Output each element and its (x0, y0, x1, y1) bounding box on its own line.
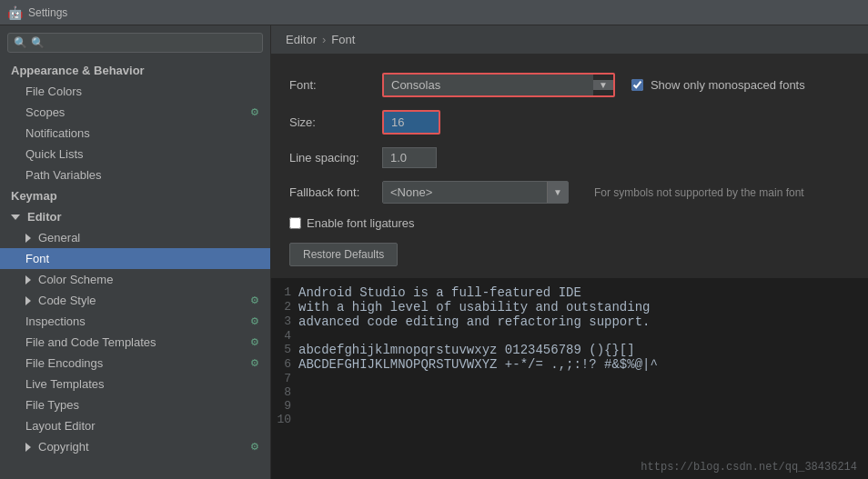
sidebar-item-layout-editor[interactable]: Layout Editor (0, 415, 270, 436)
inspections-icon: ⚙ (250, 315, 259, 327)
window-title: Settings (28, 6, 67, 19)
line-number: 2 (271, 300, 298, 314)
preview-line: 4 (271, 329, 868, 343)
sidebar: 🔍 Appearance & Behavior File Colors Scop… (0, 25, 271, 479)
breadcrumb: Editor › Font (271, 25, 868, 55)
fallback-dropdown-arrow-icon: ▼ (547, 182, 568, 203)
sidebar-item-label: Scopes (25, 105, 65, 119)
ligatures-row: Enable font ligatures (289, 216, 850, 230)
preview-footer: https://blog.csdn.net/qq_38436214 (641, 461, 857, 474)
sidebar-item-label: Appearance & Behavior (11, 64, 145, 77)
line-number: 10 (271, 413, 298, 426)
search-box[interactable]: 🔍 (7, 33, 263, 53)
sidebar-item-label: File and Code Templates (25, 335, 156, 349)
line-content: abcdefghijklmnopqrstuvwxyz 0123456789 ()… (298, 343, 635, 357)
preview-area: 1 Android Studio is a full-featured IDE … (271, 277, 868, 479)
copyright-icon: ⚙ (250, 441, 259, 453)
font-select[interactable]: Consolas Arial Courier New Menlo (384, 75, 593, 95)
sidebar-item-notifications[interactable]: Notifications (0, 123, 270, 144)
file-encodings-icon: ⚙ (250, 357, 259, 369)
line-content: Android Studio is a full-featured IDE (298, 285, 581, 300)
line-number: 9 (271, 399, 298, 413)
line-number: 6 (271, 357, 298, 371)
sidebar-item-label: Layout Editor (25, 419, 96, 433)
settings-panel: Font: Consolas Arial Courier New Menlo ▼… (271, 55, 868, 277)
sidebar-item-inspections[interactable]: Inspections ⚙ (0, 311, 270, 332)
file-code-templates-icon: ⚙ (250, 336, 259, 348)
sidebar-item-label: File Encodings (25, 356, 103, 370)
breadcrumb-separator: › (322, 33, 326, 46)
sidebar-item-path-variables[interactable]: Path Variables (0, 165, 270, 185)
sidebar-item-color-scheme[interactable]: Color Scheme (0, 269, 270, 290)
fallback-select[interactable]: <None> (383, 182, 547, 203)
fallback-label: Fallback font: (289, 185, 371, 199)
size-input-wrapper (382, 110, 440, 135)
sidebar-item-label: General (38, 231, 80, 244)
sidebar-item-label: File Colors (25, 85, 82, 98)
font-dropdown-wrapper: Consolas Arial Courier New Menlo ▼ (382, 73, 615, 97)
enable-ligatures-label: Enable font ligatures (307, 216, 415, 230)
preview-line: 7 (271, 372, 868, 385)
restore-defaults-button[interactable]: Restore Defaults (289, 243, 398, 266)
breadcrumb-parent: Editor (286, 33, 317, 46)
sidebar-item-keymap[interactable]: Keymap (0, 185, 270, 206)
line-content: with a high level of usability and outst… (298, 300, 650, 314)
line-spacing-input[interactable] (382, 147, 437, 168)
sidebar-item-quick-lists[interactable]: Quick Lists (0, 144, 270, 165)
preview-line: 9 (271, 399, 868, 413)
show-monospaced-label: Show only monospaced fonts (651, 78, 805, 92)
line-number: 3 (271, 314, 298, 328)
line-number: 1 (271, 285, 298, 299)
sidebar-item-label: Color Scheme (38, 273, 113, 286)
line-number: 7 (271, 372, 298, 385)
size-row: Size: (289, 110, 850, 135)
fallback-hint: For symbols not supported by the main fo… (594, 186, 804, 199)
sidebar-item-label: Inspections (25, 314, 86, 328)
sidebar-item-code-style[interactable]: Code Style ⚙ (0, 290, 270, 311)
expand-arrow-icon (11, 215, 20, 220)
sidebar-item-label: Path Variables (25, 168, 102, 182)
sidebar-item-file-code-templates[interactable]: File and Code Templates ⚙ (0, 332, 270, 353)
sidebar-item-editor[interactable]: Editor (0, 206, 270, 227)
show-monospaced-checkbox[interactable] (631, 79, 643, 91)
fallback-wrapper: <None> ▼ (382, 181, 569, 204)
preview-line: 3 advanced code editing and refactoring … (271, 314, 868, 329)
scopes-icon: ⚙ (250, 106, 259, 118)
sidebar-item-label: Quick Lists (25, 147, 84, 161)
sidebar-item-label: Keymap (11, 189, 57, 203)
sidebar-item-file-types[interactable]: File Types (0, 394, 270, 415)
sidebar-item-label: Font (25, 252, 49, 265)
font-row: Font: Consolas Arial Courier New Menlo ▼… (289, 73, 850, 97)
line-spacing-label: Line spacing: (289, 151, 371, 165)
sidebar-item-label: Code Style (38, 294, 96, 307)
preview-line: 6 ABCDEFGHIJKLMNOPQRSTUVWXYZ +-*/= .,;:!… (271, 357, 868, 372)
sidebar-item-scopes[interactable]: Scopes ⚙ (0, 102, 270, 123)
expand-arrow-icon (25, 296, 31, 305)
size-input[interactable] (384, 112, 439, 133)
sidebar-item-general[interactable]: General (0, 227, 270, 248)
sidebar-item-label: File Types (25, 398, 79, 412)
size-label: Size: (289, 115, 371, 129)
sidebar-item-file-encodings[interactable]: File Encodings ⚙ (0, 353, 270, 374)
expand-arrow-icon (25, 234, 31, 243)
preview-line: 1 Android Studio is a full-featured IDE (271, 285, 868, 300)
sidebar-item-label: Copyright (38, 440, 89, 454)
line-number: 5 (271, 343, 298, 356)
code-style-icon: ⚙ (250, 294, 259, 306)
sidebar-item-label: Notifications (25, 126, 90, 140)
sidebar-item-font[interactable]: Font (0, 248, 270, 269)
font-label: Font: (289, 78, 371, 92)
search-input[interactable] (31, 36, 257, 49)
line-spacing-row: Line spacing: (289, 147, 850, 168)
line-content: advanced code editing and refactoring su… (298, 314, 650, 329)
sidebar-item-copyright[interactable]: Copyright ⚙ (0, 436, 270, 457)
font-dropdown-arrow-icon: ▼ (593, 80, 613, 90)
sidebar-item-appearance[interactable]: Appearance & Behavior (0, 60, 270, 81)
sidebar-item-label: Editor (27, 210, 62, 224)
enable-ligatures-checkbox[interactable] (289, 217, 301, 229)
sidebar-item-live-templates[interactable]: Live Templates (0, 374, 270, 394)
search-icon: 🔍 (14, 36, 27, 49)
content-area: Editor › Font Font: Consolas Arial Couri… (271, 25, 868, 479)
sidebar-item-label: Live Templates (25, 377, 104, 391)
sidebar-item-file-colors[interactable]: File Colors (0, 81, 270, 102)
